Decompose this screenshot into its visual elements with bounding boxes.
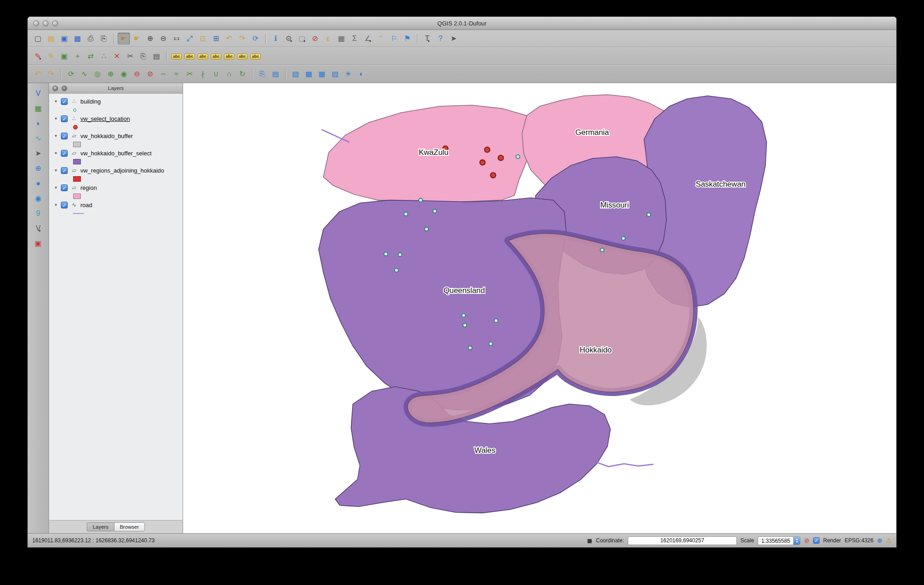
layer-label[interactable]: vw_regions_adjoining_hokkaido bbox=[80, 167, 164, 174]
move-label-button[interactable]: abc bbox=[223, 50, 235, 62]
minimize-button[interactable] bbox=[43, 20, 49, 26]
layer-checkbox[interactable]: ✓ bbox=[61, 150, 68, 157]
run-feature-action-dropdown-arrow[interactable]: ▾ bbox=[290, 39, 292, 45]
open-attribute-table-button[interactable]: ▦ bbox=[335, 33, 348, 45]
layer-item[interactable]: ▼✓∴building bbox=[49, 96, 183, 106]
zoom-to-layer-button[interactable]: ⊞ bbox=[210, 33, 222, 45]
zoom-out-button[interactable]: ⊖ bbox=[157, 33, 169, 45]
layer-checkbox[interactable]: ✓ bbox=[61, 184, 68, 191]
delete-selected-button[interactable]: ✕ bbox=[111, 50, 123, 62]
map-tips-button[interactable]: “ bbox=[375, 33, 387, 45]
layer-item[interactable]: ▼✓▱vw_regions_adjoining_hokkaido bbox=[49, 165, 183, 175]
split-parts-button[interactable]: ∤ bbox=[197, 68, 209, 80]
new-print-composer-button[interactable]: ⎙ bbox=[84, 33, 97, 45]
node-tool-button[interactable]: ∴ bbox=[98, 50, 110, 62]
labeling-button[interactable]: abc bbox=[170, 50, 183, 62]
zoom-to-selection-button[interactable]: ⊡ bbox=[197, 33, 209, 45]
reshape-features-button[interactable]: ∼ bbox=[157, 68, 169, 80]
copy-features-button[interactable]: ⎘ bbox=[137, 50, 149, 62]
crs-status-icon[interactable]: ⊕ bbox=[877, 537, 883, 544]
merge-attributes-button[interactable]: ∩ bbox=[223, 68, 235, 80]
mouse-position-icon[interactable]: ◼ bbox=[587, 537, 592, 544]
coordinate-input[interactable] bbox=[628, 536, 737, 545]
pan-map-to-selection-button[interactable]: ☛ bbox=[131, 33, 143, 45]
offset-curve-button[interactable]: ≈ bbox=[170, 68, 183, 80]
close-button[interactable] bbox=[33, 20, 39, 26]
layer-label[interactable]: vw_hokkaido_buffer_select bbox=[80, 150, 152, 157]
zoom-in-button[interactable]: ⊕ bbox=[144, 33, 156, 45]
remove-layer-button[interactable]: ▣ bbox=[32, 238, 45, 249]
save-project-as-button[interactable]: ▩ bbox=[71, 33, 84, 45]
add-vector-layer-button[interactable]: V bbox=[32, 88, 45, 99]
help-contents-button[interactable]: ? bbox=[434, 33, 447, 45]
raster-stretch-local-button[interactable]: ▨ bbox=[289, 68, 302, 80]
split-features-button[interactable]: ✂ bbox=[184, 68, 196, 80]
layer-expand-icon[interactable]: ▼ bbox=[54, 169, 58, 173]
layer-expand-icon[interactable]: ▼ bbox=[54, 117, 58, 121]
move-feature-button[interactable]: ⇄ bbox=[84, 50, 97, 62]
identify-features-button[interactable]: ℹ bbox=[269, 33, 282, 45]
layer-label[interactable]: vw_hokkaido_buffer bbox=[80, 133, 133, 139]
add-delimited-text-layer-button[interactable]: ➤ bbox=[32, 148, 45, 159]
open-project-button[interactable]: ▤ bbox=[45, 33, 57, 45]
select-features-button[interactable]: ▢▾ bbox=[296, 33, 308, 45]
add-raster-layer-button[interactable]: ▦ bbox=[32, 103, 45, 114]
layer-checkbox[interactable]: ✓ bbox=[61, 133, 68, 139]
simplify-feature-button[interactable]: ∿ bbox=[78, 68, 90, 80]
zoom-native-button[interactable]: 1:1 bbox=[170, 33, 183, 45]
log-messages-icon[interactable]: ⚠ bbox=[886, 537, 892, 544]
panel-close-icon[interactable]: ✕ bbox=[52, 85, 58, 91]
increase-contrast-button[interactable]: ◐ bbox=[355, 68, 368, 80]
select-by-expression-button[interactable]: ε bbox=[322, 33, 334, 45]
deselect-all-button[interactable]: ⊘ bbox=[309, 33, 321, 45]
add-oracle-layer-button[interactable]: 9 bbox=[32, 208, 45, 219]
add-feature-button[interactable]: + bbox=[71, 50, 84, 62]
increase-brightness-button[interactable]: ☀ bbox=[342, 68, 354, 80]
stop-render-icon[interactable]: ⊘ bbox=[804, 537, 810, 544]
raster-stretch-full-button[interactable]: ▩ bbox=[303, 68, 315, 80]
layer-label[interactable]: building bbox=[80, 98, 101, 105]
layer-checkbox[interactable]: ✓ bbox=[61, 115, 68, 122]
panel-float-icon[interactable]: ◦ bbox=[61, 85, 67, 91]
add-wfs-layer-button[interactable]: ● bbox=[32, 178, 45, 189]
layer-item[interactable]: ▼✓▱vw_hokkaido_buffer bbox=[49, 131, 183, 141]
add-postgis-layer-button[interactable]: ◗ bbox=[32, 118, 45, 129]
raster-cumulative-stretch-local-button[interactable]: ▦ bbox=[316, 68, 328, 80]
layer-item[interactable]: ▼✓▱vw_hokkaido_buffer_select bbox=[49, 148, 183, 158]
new-shapefile-layer-button[interactable]: V▾ bbox=[32, 223, 45, 234]
redo-button[interactable]: ↷ bbox=[45, 68, 57, 80]
titlebar[interactable]: QGIS 2.0.1-Dufour bbox=[28, 17, 896, 30]
new-bookmark-button[interactable]: ⚐ bbox=[388, 33, 400, 45]
current-edits-dropdown-arrow[interactable]: ▾ bbox=[39, 57, 41, 62]
add-wms-layer-button[interactable]: ⊕ bbox=[32, 163, 45, 174]
add-wcs-layer-button[interactable]: ◉ bbox=[32, 193, 45, 204]
current-edits-button[interactable]: ✎▾ bbox=[32, 50, 44, 62]
add-ring-button[interactable]: ◎ bbox=[91, 68, 104, 80]
cut-features-button[interactable]: ✂ bbox=[124, 50, 136, 62]
layer-expand-icon[interactable]: ▼ bbox=[54, 203, 58, 207]
fill-ring-button[interactable]: ◉ bbox=[118, 68, 130, 80]
tab-browser[interactable]: Browser bbox=[114, 522, 145, 531]
undo-button[interactable]: ↶ bbox=[32, 68, 44, 80]
layer-label[interactable]: region bbox=[80, 184, 97, 191]
layer-expand-icon[interactable]: ▼ bbox=[54, 186, 58, 190]
select-features-dropdown-arrow[interactable]: ▾ bbox=[303, 39, 305, 45]
measure-button[interactable]: ∠▾ bbox=[362, 33, 374, 45]
zoom-window-button[interactable] bbox=[52, 20, 58, 26]
layer-checkbox[interactable]: ✓ bbox=[61, 202, 68, 208]
raster-cumulative-stretch-full-button[interactable]: ▧ bbox=[329, 68, 341, 80]
layer-item[interactable]: ▼✓∿road bbox=[49, 200, 183, 210]
rotate-feature-button[interactable]: ⟳ bbox=[65, 68, 77, 80]
new-project-button[interactable]: ▢ bbox=[32, 33, 44, 45]
layer-expand-icon[interactable]: ▼ bbox=[54, 151, 58, 155]
run-feature-action-button[interactable]: ⚙▾ bbox=[283, 33, 295, 45]
layer-label[interactable]: road bbox=[80, 202, 92, 208]
map-canvas[interactable]: KwaZuluGermaniaSaskatchewanMissouriQueen… bbox=[183, 83, 896, 533]
copy-attributes-button[interactable]: ⎘ bbox=[256, 68, 268, 80]
layer-checkbox[interactable]: ✓ bbox=[61, 167, 68, 174]
change-label-properties-button[interactable]: abc bbox=[249, 50, 262, 62]
layer-checkbox[interactable]: ✓ bbox=[61, 98, 68, 105]
text-annotation-dropdown-arrow[interactable]: ▾ bbox=[427, 39, 429, 45]
save-project-button[interactable]: ▣ bbox=[58, 33, 70, 45]
add-spatialite-layer-button[interactable]: ∿ bbox=[32, 133, 45, 144]
